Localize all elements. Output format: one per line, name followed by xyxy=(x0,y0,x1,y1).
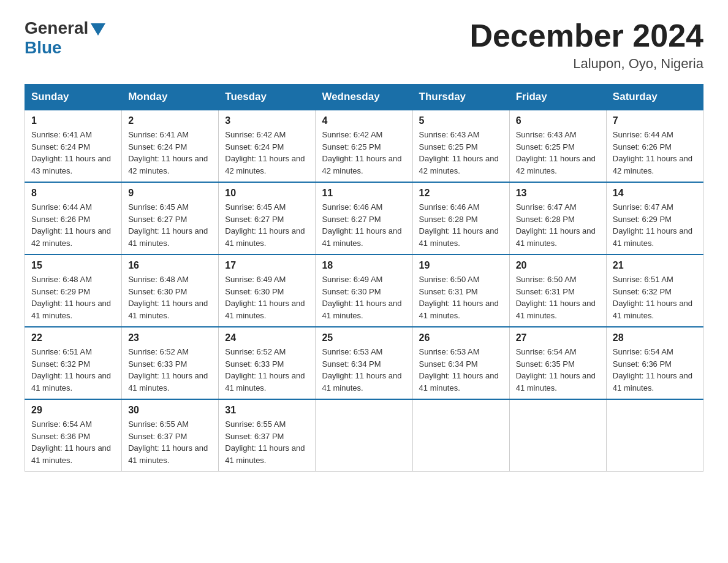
calendar-cell: 2 Sunrise: 6:41 AM Sunset: 6:24 PM Dayli… xyxy=(122,110,219,182)
day-info: Sunrise: 6:42 AM Sunset: 6:25 PM Dayligh… xyxy=(322,129,406,177)
calendar-cell: 16 Sunrise: 6:48 AM Sunset: 6:30 PM Dayl… xyxy=(122,255,219,327)
calendar-cell: 20 Sunrise: 6:50 AM Sunset: 6:31 PM Dayl… xyxy=(509,255,606,327)
calendar-cell: 18 Sunrise: 6:49 AM Sunset: 6:30 PM Dayl… xyxy=(316,255,412,327)
day-info: Sunrise: 6:51 AM Sunset: 6:32 PM Dayligh… xyxy=(613,274,697,321)
day-info: Sunrise: 6:45 AM Sunset: 6:27 PM Dayligh… xyxy=(128,201,212,249)
day-info: Sunrise: 6:49 AM Sunset: 6:30 PM Dayligh… xyxy=(225,274,309,321)
day-info: Sunrise: 6:54 AM Sunset: 6:35 PM Dayligh… xyxy=(516,346,600,394)
day-number: 5 xyxy=(419,115,503,126)
calendar-cell: 26 Sunrise: 6:53 AM Sunset: 6:34 PM Dayl… xyxy=(412,327,509,399)
calendar-cell: 23 Sunrise: 6:52 AM Sunset: 6:33 PM Dayl… xyxy=(122,327,219,399)
day-number: 2 xyxy=(128,115,212,126)
day-number: 19 xyxy=(419,260,503,271)
calendar-cell: 1 Sunrise: 6:41 AM Sunset: 6:24 PM Dayli… xyxy=(25,110,122,182)
day-number: 15 xyxy=(31,260,115,271)
calendar-cell xyxy=(509,399,606,472)
calendar-cell: 4 Sunrise: 6:42 AM Sunset: 6:25 PM Dayli… xyxy=(316,110,412,182)
header-thursday: Thursday xyxy=(412,85,509,110)
day-number: 20 xyxy=(516,260,600,271)
day-number: 24 xyxy=(225,332,309,343)
calendar-cell: 28 Sunrise: 6:54 AM Sunset: 6:36 PM Dayl… xyxy=(606,327,703,399)
header-monday: Monday xyxy=(122,85,219,110)
header-saturday: Saturday xyxy=(606,85,703,110)
day-number: 13 xyxy=(516,188,600,199)
day-info: Sunrise: 6:50 AM Sunset: 6:31 PM Dayligh… xyxy=(516,274,600,321)
day-number: 12 xyxy=(419,188,503,199)
day-info: Sunrise: 6:44 AM Sunset: 6:26 PM Dayligh… xyxy=(31,201,115,249)
calendar-cell: 5 Sunrise: 6:43 AM Sunset: 6:25 PM Dayli… xyxy=(412,110,509,182)
day-info: Sunrise: 6:43 AM Sunset: 6:25 PM Dayligh… xyxy=(419,129,503,177)
calendar-cell: 7 Sunrise: 6:44 AM Sunset: 6:26 PM Dayli… xyxy=(606,110,703,182)
day-info: Sunrise: 6:55 AM Sunset: 6:37 PM Dayligh… xyxy=(225,418,309,466)
day-number: 7 xyxy=(613,115,697,126)
calendar-cell: 10 Sunrise: 6:45 AM Sunset: 6:27 PM Dayl… xyxy=(219,182,316,255)
day-info: Sunrise: 6:45 AM Sunset: 6:27 PM Dayligh… xyxy=(225,201,309,249)
day-info: Sunrise: 6:46 AM Sunset: 6:27 PM Dayligh… xyxy=(322,201,406,249)
logo: General Blue xyxy=(25,18,105,58)
day-number: 16 xyxy=(128,260,212,271)
calendar-cell: 22 Sunrise: 6:51 AM Sunset: 6:32 PM Dayl… xyxy=(25,327,122,399)
day-number: 17 xyxy=(225,260,309,271)
header-sunday: Sunday xyxy=(25,85,122,110)
calendar-cell: 14 Sunrise: 6:47 AM Sunset: 6:29 PM Dayl… xyxy=(606,182,703,255)
day-number: 27 xyxy=(516,332,600,343)
logo-blue-text: Blue xyxy=(25,38,62,58)
day-info: Sunrise: 6:41 AM Sunset: 6:24 PM Dayligh… xyxy=(31,129,115,177)
day-number: 1 xyxy=(31,115,115,126)
logo-triangle-icon xyxy=(91,23,105,36)
day-info: Sunrise: 6:42 AM Sunset: 6:24 PM Dayligh… xyxy=(225,129,309,177)
logo-general-text: General xyxy=(25,18,88,38)
calendar-cell xyxy=(412,399,509,472)
day-number: 8 xyxy=(31,188,115,199)
calendar-header-row: SundayMondayTuesdayWednesdayThursdayFrid… xyxy=(25,85,703,110)
calendar-cell: 11 Sunrise: 6:46 AM Sunset: 6:27 PM Dayl… xyxy=(316,182,412,255)
day-number: 23 xyxy=(128,332,212,343)
calendar-week-row: 15 Sunrise: 6:48 AM Sunset: 6:29 PM Dayl… xyxy=(25,255,703,327)
header-friday: Friday xyxy=(509,85,606,110)
month-title: December 2024 xyxy=(469,18,703,53)
calendar-week-row: 22 Sunrise: 6:51 AM Sunset: 6:32 PM Dayl… xyxy=(25,327,703,399)
calendar-cell: 30 Sunrise: 6:55 AM Sunset: 6:37 PM Dayl… xyxy=(122,399,219,472)
day-info: Sunrise: 6:41 AM Sunset: 6:24 PM Dayligh… xyxy=(128,129,212,177)
day-info: Sunrise: 6:44 AM Sunset: 6:26 PM Dayligh… xyxy=(613,129,697,177)
calendar-table: SundayMondayTuesdayWednesdayThursdayFrid… xyxy=(25,84,703,472)
calendar-cell xyxy=(606,399,703,472)
day-number: 18 xyxy=(322,260,406,271)
calendar-cell: 12 Sunrise: 6:46 AM Sunset: 6:28 PM Dayl… xyxy=(412,182,509,255)
calendar-cell: 17 Sunrise: 6:49 AM Sunset: 6:30 PM Dayl… xyxy=(219,255,316,327)
day-number: 21 xyxy=(613,260,697,271)
title-section: December 2024 Lalupon, Oyo, Nigeria xyxy=(469,18,703,72)
calendar-cell: 29 Sunrise: 6:54 AM Sunset: 6:36 PM Dayl… xyxy=(25,399,122,472)
day-number: 28 xyxy=(613,332,697,343)
page-header: General Blue December 2024 Lalupon, Oyo,… xyxy=(25,18,703,72)
day-info: Sunrise: 6:47 AM Sunset: 6:28 PM Dayligh… xyxy=(516,201,600,249)
header-wednesday: Wednesday xyxy=(316,85,412,110)
calendar-cell: 25 Sunrise: 6:53 AM Sunset: 6:34 PM Dayl… xyxy=(316,327,412,399)
calendar-cell xyxy=(316,399,412,472)
calendar-cell: 9 Sunrise: 6:45 AM Sunset: 6:27 PM Dayli… xyxy=(122,182,219,255)
day-info: Sunrise: 6:54 AM Sunset: 6:36 PM Dayligh… xyxy=(613,346,697,394)
calendar-cell: 3 Sunrise: 6:42 AM Sunset: 6:24 PM Dayli… xyxy=(219,110,316,182)
day-number: 30 xyxy=(128,405,212,416)
calendar-cell: 19 Sunrise: 6:50 AM Sunset: 6:31 PM Dayl… xyxy=(412,255,509,327)
day-info: Sunrise: 6:49 AM Sunset: 6:30 PM Dayligh… xyxy=(322,274,406,321)
day-info: Sunrise: 6:55 AM Sunset: 6:37 PM Dayligh… xyxy=(128,418,212,466)
calendar-cell: 21 Sunrise: 6:51 AM Sunset: 6:32 PM Dayl… xyxy=(606,255,703,327)
day-info: Sunrise: 6:52 AM Sunset: 6:33 PM Dayligh… xyxy=(225,346,309,394)
day-info: Sunrise: 6:50 AM Sunset: 6:31 PM Dayligh… xyxy=(419,274,503,321)
day-info: Sunrise: 6:47 AM Sunset: 6:29 PM Dayligh… xyxy=(613,201,697,249)
day-info: Sunrise: 6:46 AM Sunset: 6:28 PM Dayligh… xyxy=(419,201,503,249)
calendar-cell: 13 Sunrise: 6:47 AM Sunset: 6:28 PM Dayl… xyxy=(509,182,606,255)
day-number: 3 xyxy=(225,115,309,126)
calendar-cell: 6 Sunrise: 6:43 AM Sunset: 6:25 PM Dayli… xyxy=(509,110,606,182)
location-text: Lalupon, Oyo, Nigeria xyxy=(469,56,703,72)
day-number: 14 xyxy=(613,188,697,199)
day-number: 10 xyxy=(225,188,309,199)
day-info: Sunrise: 6:52 AM Sunset: 6:33 PM Dayligh… xyxy=(128,346,212,394)
day-number: 9 xyxy=(128,188,212,199)
day-number: 4 xyxy=(322,115,406,126)
calendar-week-row: 29 Sunrise: 6:54 AM Sunset: 6:36 PM Dayl… xyxy=(25,399,703,472)
day-info: Sunrise: 6:48 AM Sunset: 6:29 PM Dayligh… xyxy=(31,274,115,321)
day-number: 11 xyxy=(322,188,406,199)
day-info: Sunrise: 6:53 AM Sunset: 6:34 PM Dayligh… xyxy=(419,346,503,394)
